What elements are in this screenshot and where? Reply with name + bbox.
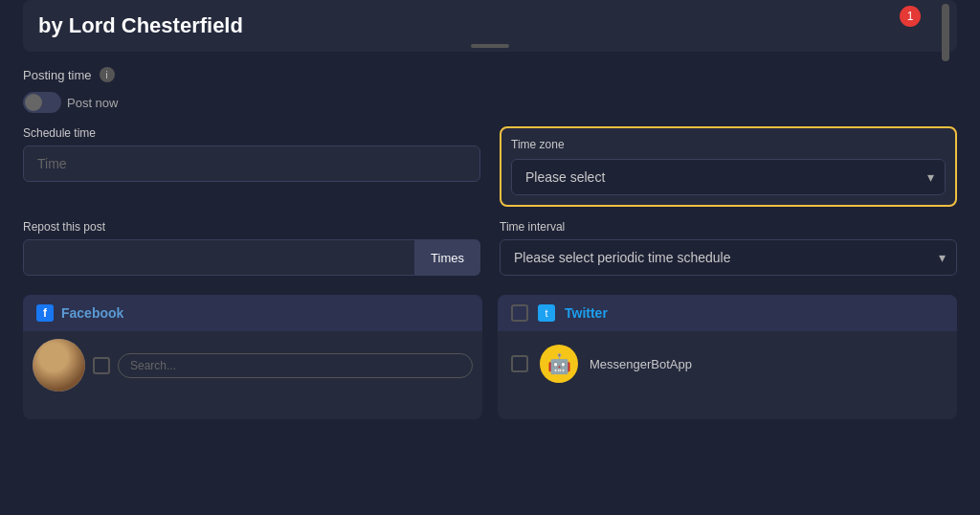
bot-name: MessengerBotApp <box>590 357 692 371</box>
schedule-time-input[interactable] <box>23 146 480 182</box>
scrollbar-thumb[interactable] <box>942 4 949 61</box>
posting-time-label: Posting time <box>23 68 92 82</box>
timezone-label: Time zone <box>511 138 946 151</box>
facebook-name: Facebook <box>61 305 123 321</box>
time-interval-col: Time interval Please select periodic tim… <box>500 220 957 276</box>
post-title: by Lord Chesterfield <box>38 13 243 38</box>
post-now-row: Post now <box>23 92 957 113</box>
facebook-body <box>23 331 482 399</box>
time-interval-select[interactable]: Please select periodic time schedule <box>500 239 957 276</box>
twitter-icon: t <box>538 304 555 322</box>
form-section: Posting time i Post now Schedule time Ti… <box>0 52 980 276</box>
schedule-time-col: Schedule time <box>23 126 480 207</box>
time-interval-select-wrapper: Please select periodic time schedule <box>500 239 957 276</box>
twitter-bot-checkbox[interactable] <box>511 355 528 372</box>
repost-input-group: Times <box>23 239 480 276</box>
twitter-card: t Twitter 🤖 MessengerBotApp <box>498 295 957 419</box>
repost-label: Repost this post <box>23 220 480 234</box>
scroll-indicator <box>471 44 509 48</box>
twitter-main-checkbox[interactable] <box>511 304 528 322</box>
timezone-select[interactable]: Please select <box>511 159 946 195</box>
repost-col: Repost this post Times <box>23 220 480 276</box>
timezone-select-wrapper: Please select <box>511 159 946 195</box>
bot-avatar: 🤖 <box>540 345 578 383</box>
schedule-timezone-row: Schedule time Time zone Please select <box>23 126 957 207</box>
top-card: by Lord Chesterfield 1 <box>23 0 957 52</box>
toggle-knob <box>25 94 42 111</box>
notification-badge: 1 <box>900 6 921 27</box>
post-now-toggle[interactable] <box>23 92 61 113</box>
facebook-header: f Facebook <box>23 295 482 331</box>
avatar <box>33 339 85 392</box>
info-icon[interactable]: i <box>100 67 115 82</box>
facebook-card: f Facebook <box>23 295 482 419</box>
facebook-search-input[interactable] <box>118 353 473 378</box>
schedule-time-label: Schedule time <box>23 126 480 140</box>
times-button[interactable]: Times <box>415 239 480 276</box>
timezone-col: Time zone Please select <box>500 126 957 207</box>
posting-time-row: Posting time i <box>23 67 957 82</box>
avatar-image <box>33 339 85 392</box>
facebook-account-checkbox[interactable] <box>93 357 110 374</box>
timezone-box: Time zone Please select <box>500 126 957 207</box>
twitter-name: Twitter <box>565 305 608 321</box>
time-interval-label: Time interval <box>500 220 957 234</box>
repost-input[interactable] <box>23 239 415 276</box>
social-cards-row: f Facebook t Twitter 🤖 MessengerBotA <box>0 295 980 419</box>
post-now-label: Post now <box>67 96 118 110</box>
facebook-icon: f <box>36 304 54 322</box>
page-wrapper: by Lord Chesterfield 1 Posting time i Po… <box>0 0 980 515</box>
repost-interval-row: Repost this post Times Time interval Ple… <box>23 220 957 276</box>
